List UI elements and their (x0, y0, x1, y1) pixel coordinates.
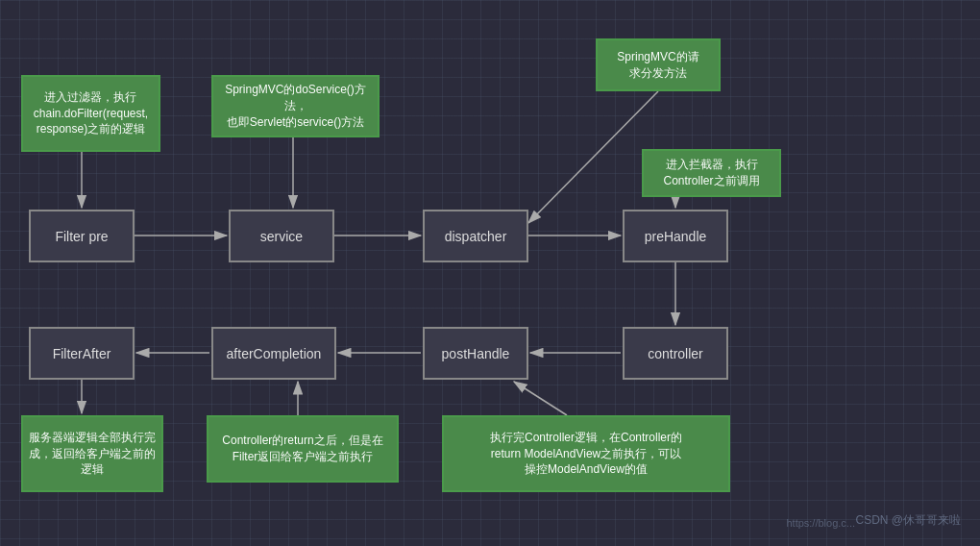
diagram-container: Filter pre service dispatcher preHandle … (0, 0, 980, 546)
watermark-csdn: CSDN @休哥哥来啦 (855, 512, 961, 529)
note-filter-pre-text: 进入过滤器，执行 chain.doFilter(request, respons… (34, 89, 148, 137)
note-controller-logic-text: 执行完Controller逻辑，在Controller的 return Mode… (490, 430, 682, 478)
dispatcher-box: dispatcher (423, 210, 528, 262)
controller-label: controller (648, 346, 703, 361)
prehandle-box: preHandle (623, 210, 728, 262)
controller-box: controller (623, 327, 728, 380)
posthandle-box: postHandle (423, 327, 528, 380)
filterafter-box: FilterAfter (29, 327, 135, 380)
note-controller-logic: 执行完Controller逻辑，在Controller的 return Mode… (442, 415, 730, 492)
note-service-text: SpringMVC的doService()方法， 也即Servlet的servi… (219, 82, 372, 130)
note-filter-return: Controller的return之后，但是在 Filter返回给客户端之前执行 (207, 415, 399, 483)
service-label: service (260, 229, 303, 244)
note-interceptor: 进入拦截器，执行 Controller之前调用 (642, 149, 781, 197)
filter-pre-label: Filter pre (55, 229, 108, 244)
note-springmvc: SpringMVC的请 求分发方法 (596, 38, 721, 91)
note-springmvc-text: SpringMVC的请 求分发方法 (617, 49, 698, 82)
note-server-logic-text: 服务器端逻辑全部执行完 成，返回给客户端之前的 逻辑 (29, 430, 156, 478)
arrow-note-springmvc-to-dispatcher (528, 91, 658, 223)
aftercompletion-box: afterCompletion (211, 327, 336, 380)
note-server-logic: 服务器端逻辑全部执行完 成，返回给客户端之前的 逻辑 (21, 415, 163, 492)
filter-pre-box: Filter pre (29, 210, 135, 262)
aftercompletion-label: afterCompletion (227, 346, 322, 361)
watermark-url: https://blog.c... (786, 517, 855, 529)
note-filter-pre: 进入过滤器，执行 chain.doFilter(request, respons… (21, 75, 160, 152)
filterafter-label: FilterAfter (53, 346, 111, 361)
arrow-note-controllerlogic-to-posthandle (514, 382, 567, 415)
service-box: service (229, 210, 334, 262)
note-interceptor-text: 进入拦截器，执行 Controller之前调用 (663, 157, 759, 189)
note-service: SpringMVC的doService()方法， 也即Servlet的servi… (211, 75, 380, 137)
prehandle-label: preHandle (645, 229, 707, 244)
dispatcher-label: dispatcher (445, 229, 507, 244)
posthandle-label: postHandle (442, 346, 510, 361)
note-filter-return-text: Controller的return之后，但是在 Filter返回给客户端之前执行 (222, 433, 382, 465)
